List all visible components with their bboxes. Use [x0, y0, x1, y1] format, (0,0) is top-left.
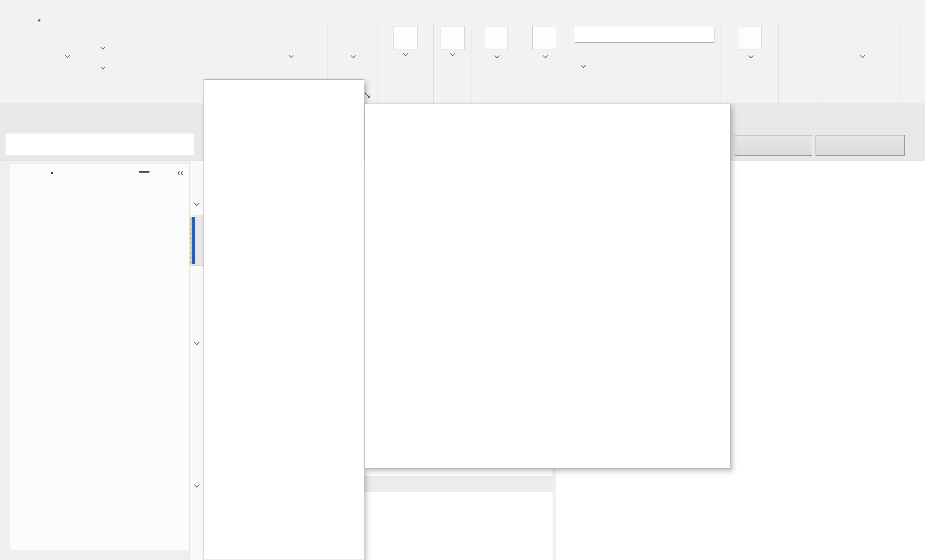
dialog-launcher-icon[interactable]	[364, 91, 371, 99]
my-account-button[interactable]	[842, 26, 881, 62]
chevron-down-icon	[351, 55, 356, 59]
tab-acrobat[interactable]	[140, 0, 162, 24]
search-user-input[interactable]	[575, 27, 714, 43]
block-sender-button[interactable]	[99, 66, 105, 70]
new-items-button[interactable]	[45, 26, 88, 62]
move-button[interactable]	[391, 26, 420, 57]
chevron-down-icon	[100, 66, 105, 70]
ribbon-group-chinese	[472, 24, 519, 103]
ribbon-group-search	[569, 24, 721, 103]
tab-send-receive[interactable]	[50, 0, 73, 24]
chevron-down-icon	[543, 55, 548, 59]
ribbon-group-new	[0, 24, 92, 103]
imanage-search-box[interactable]	[5, 134, 194, 155]
outlook-window: ‹‹	[0, 0, 925, 560]
ribbon-group-tags	[434, 24, 472, 103]
new-mail-button[interactable]	[5, 26, 43, 52]
ribbon-group-acrobat	[823, 24, 899, 103]
chevron-down-icon	[494, 55, 500, 59]
ribbon-group-addins	[779, 24, 823, 103]
ribbon-group-delete	[92, 24, 205, 103]
chevron-down-icon	[403, 53, 408, 57]
get-addins-button[interactable]	[783, 26, 819, 52]
chevron-down-icon[interactable]	[194, 342, 200, 346]
chevron-down-icon	[289, 55, 294, 58]
tab-file[interactable]	[6, 0, 28, 24]
message-list-sliver	[189, 161, 204, 560]
delete-button[interactable]	[128, 26, 158, 52]
ribbon	[0, 24, 925, 103]
chevron-down-icon	[65, 55, 70, 59]
context-menu	[204, 79, 364, 560]
chinese-conversion-button[interactable]	[478, 26, 514, 62]
tab-help[interactable]	[117, 0, 140, 24]
archive-button[interactable]	[161, 26, 197, 52]
tab-folder[interactable]	[73, 0, 95, 24]
file-locations-submenu	[365, 104, 731, 469]
ribbon-group-groups	[519, 24, 569, 103]
selected-message-fragment[interactable]	[190, 216, 204, 266]
folder-pane: ‹‹	[0, 161, 189, 560]
chevron-down-icon	[581, 65, 586, 69]
ribbon-group-speech	[721, 24, 779, 103]
chevron-down-icon	[748, 55, 754, 59]
chevron-down-icon[interactable]	[194, 202, 200, 206]
tab-view[interactable]	[95, 0, 117, 24]
list-group-header	[364, 476, 553, 492]
ribbon-group-imanage-partial	[899, 24, 925, 103]
imanage-file-button[interactable]	[905, 26, 925, 52]
imanage-search-input[interactable]	[8, 134, 194, 155]
tab-home[interactable]	[28, 0, 50, 24]
selection-bar	[192, 217, 195, 264]
ribbon-group-move	[377, 24, 434, 103]
quick-save-button[interactable]	[735, 135, 812, 156]
menu-bar	[0, 0, 925, 24]
account-row-remnant	[10, 164, 189, 178]
browse-and-file-button[interactable]	[816, 135, 905, 156]
quick-steps-button[interactable]	[332, 26, 373, 62]
tags-button[interactable]	[438, 26, 467, 57]
filter-email-button[interactable]	[576, 65, 586, 69]
chevron-down-icon[interactable]	[194, 484, 200, 488]
chevron-down-icon	[860, 55, 865, 59]
read-aloud-button[interactable]	[732, 26, 768, 62]
chevron-down-icon	[100, 47, 105, 50]
cleanup-button[interactable]	[99, 47, 105, 50]
group-button[interactable]	[528, 26, 560, 62]
chevron-down-icon	[450, 53, 455, 57]
more-respond-button[interactable]	[287, 55, 294, 58]
